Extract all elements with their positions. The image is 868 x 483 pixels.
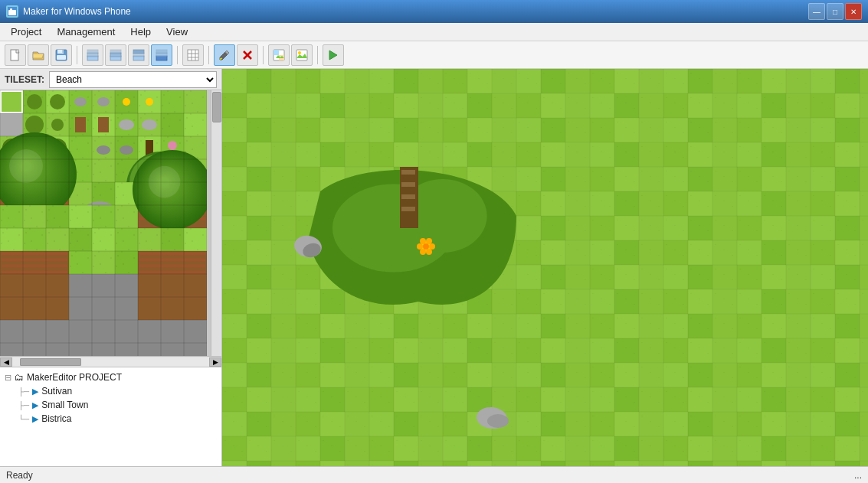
close-button[interactable]: ✕	[845, 3, 862, 20]
menu-management[interactable]: Management	[49, 24, 123, 41]
layer2-button[interactable]	[105, 44, 126, 66]
status-bar: Ready ...	[0, 466, 868, 483]
tree-item-smalltown[interactable]: ├─ ▶ Small Town	[0, 398, 221, 412]
sep5	[317, 46, 318, 64]
svg-rect-3	[11, 50, 18, 60]
tree-arrow-bistrica: ▶	[32, 414, 38, 424]
image2-button[interactable]	[291, 44, 313, 66]
svg-rect-19	[156, 50, 167, 54]
sep3	[208, 46, 209, 64]
open-button[interactable]	[28, 44, 49, 66]
maximize-button[interactable]: □	[827, 3, 843, 20]
tileset-scroll[interactable]	[0, 90, 221, 356]
app-icon	[6, 5, 18, 18]
title-text: Maker for Windows Phone	[6, 5, 131, 18]
svg-rect-7	[57, 55, 66, 60]
svg-rect-20	[188, 50, 198, 60]
tileset-label: TILESET:	[5, 74, 44, 85]
layer1-button[interactable]	[82, 44, 103, 66]
title-controls: — □ ✕	[808, 3, 862, 20]
tree-label-smalltown: Small Town	[41, 400, 88, 410]
svg-rect-28	[274, 50, 279, 55]
pencil-button[interactable]	[214, 44, 235, 66]
svg-rect-6	[62, 50, 64, 53]
tileset-bar: TILESET: Beach Forest Cave Town	[0, 69, 221, 90]
play-button[interactable]	[323, 44, 344, 66]
minimize-button[interactable]: —	[808, 3, 825, 20]
map-canvas[interactable]	[222, 69, 868, 466]
main-content: TILESET: Beach Forest Cave Town ◀	[0, 69, 868, 466]
tile-palette[interactable]	[0, 90, 207, 356]
tree-item-bistrica[interactable]: └─ ▶ Bistrica	[0, 412, 221, 426]
menu-view[interactable]: View	[159, 24, 195, 41]
status-text: Ready	[6, 470, 33, 481]
save-button[interactable]	[51, 44, 72, 66]
toolbar	[0, 41, 868, 69]
new-button[interactable]	[5, 44, 26, 66]
status-dots: ...	[854, 470, 862, 481]
tree-root-label: MakerEditor PROJECT	[27, 372, 122, 383]
svg-rect-1	[8, 10, 16, 15]
svg-rect-16	[133, 50, 144, 54]
layer-select-button[interactable]	[151, 44, 172, 66]
tree-label-bistrica: Bistrica	[41, 413, 71, 424]
grid-button[interactable]	[182, 44, 204, 66]
svg-rect-2	[10, 8, 12, 11]
layer3-button[interactable]	[128, 44, 149, 66]
menu-help[interactable]: Help	[123, 24, 159, 41]
tree-arrow-smalltown: ▶	[32, 400, 38, 410]
svg-point-31	[298, 51, 301, 54]
title-bar: Maker for Windows Phone — □ ✕	[0, 0, 868, 23]
tree-panel: ⊟ 🗂 MakerEditor PROJECT ├─ ▶ Sutivan ├─ …	[0, 367, 221, 466]
tileset-hscroll[interactable]: ◀ ▶	[0, 356, 221, 367]
svg-marker-32	[329, 51, 337, 60]
tileset-selector[interactable]: Beach Forest Cave Town	[49, 71, 217, 88]
tree-item-sutivan[interactable]: ├─ ▶ Sutivan	[0, 384, 221, 398]
tileset-area	[0, 90, 221, 356]
left-panel: TILESET: Beach Forest Cave Town ◀	[0, 69, 222, 466]
svg-rect-10	[87, 50, 98, 54]
menu-bar: Project Management Help View	[0, 23, 868, 41]
svg-rect-13	[110, 50, 121, 54]
tree-arrow-sutivan: ▶	[32, 387, 38, 397]
sep1	[77, 46, 77, 64]
tree-root[interactable]: ⊟ 🗂 MakerEditor PROJECT	[0, 370, 221, 384]
image1-button[interactable]	[268, 44, 290, 66]
map-area[interactable]	[222, 69, 868, 466]
title-label: Maker for Windows Phone	[23, 6, 131, 17]
eraser-button[interactable]	[237, 44, 258, 66]
menu-project[interactable]: Project	[3, 24, 49, 41]
sep4	[263, 46, 264, 64]
sep2	[177, 46, 178, 64]
tree-label-sutivan: Sutivan	[41, 386, 72, 397]
